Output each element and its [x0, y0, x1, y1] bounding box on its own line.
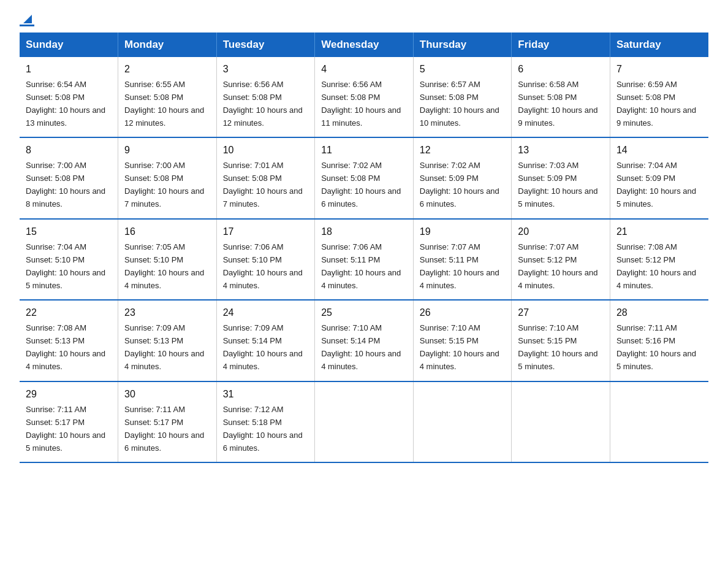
- day-info: Sunrise: 7:10 AMSunset: 5:15 PMDaylight:…: [518, 323, 597, 371]
- calendar-cell: 7Sunrise: 6:59 AMSunset: 5:08 PMDaylight…: [610, 57, 708, 137]
- day-info: Sunrise: 7:09 AMSunset: 5:13 PMDaylight:…: [124, 323, 204, 371]
- day-number: 4: [321, 62, 407, 77]
- col-header-thursday: Thursday: [413, 33, 512, 57]
- day-number: 16: [124, 224, 210, 240]
- day-info: Sunrise: 7:07 AMSunset: 5:11 PMDaylight:…: [420, 242, 499, 290]
- calendar-cell: 8Sunrise: 7:00 AMSunset: 5:08 PMDaylight…: [20, 137, 118, 218]
- day-info: Sunrise: 7:04 AMSunset: 5:09 PMDaylight:…: [616, 161, 696, 209]
- day-number: 21: [616, 224, 702, 240]
- calendar-cell: 10Sunrise: 7:01 AMSunset: 5:08 PMDayligh…: [216, 137, 315, 218]
- day-info: Sunrise: 7:05 AMSunset: 5:10 PMDaylight:…: [124, 242, 204, 290]
- day-number: 22: [26, 305, 112, 321]
- day-number: 20: [518, 224, 604, 240]
- day-number: 23: [124, 305, 210, 321]
- calendar-cell: 4Sunrise: 6:56 AMSunset: 5:08 PMDaylight…: [315, 57, 414, 137]
- calendar-cell: 30Sunrise: 7:11 AMSunset: 5:17 PMDayligh…: [118, 381, 217, 462]
- calendar-cell: 13Sunrise: 7:03 AMSunset: 5:09 PMDayligh…: [512, 137, 610, 218]
- day-number: 30: [124, 387, 210, 402]
- calendar-cell: 24Sunrise: 7:09 AMSunset: 5:14 PMDayligh…: [216, 300, 315, 381]
- day-number: 3: [223, 62, 309, 77]
- calendar-cell: 1Sunrise: 6:54 AMSunset: 5:08 PMDaylight…: [20, 57, 118, 137]
- day-info: Sunrise: 6:54 AMSunset: 5:08 PMDaylight:…: [26, 80, 105, 128]
- col-header-wednesday: Wednesday: [315, 33, 414, 57]
- day-number: 10: [223, 143, 309, 158]
- day-info: Sunrise: 7:06 AMSunset: 5:11 PMDaylight:…: [321, 242, 401, 290]
- calendar-cell: 31Sunrise: 7:12 AMSunset: 5:18 PMDayligh…: [216, 381, 315, 462]
- week-row-5: 29Sunrise: 7:11 AMSunset: 5:17 PMDayligh…: [20, 381, 708, 462]
- calendar-cell: 15Sunrise: 7:04 AMSunset: 5:10 PMDayligh…: [20, 219, 118, 300]
- day-info: Sunrise: 7:00 AMSunset: 5:08 PMDaylight:…: [26, 161, 105, 209]
- svg-marker-0: [23, 15, 32, 23]
- col-header-saturday: Saturday: [610, 33, 708, 57]
- calendar-cell: [610, 381, 708, 462]
- day-info: Sunrise: 6:59 AMSunset: 5:08 PMDaylight:…: [616, 80, 696, 128]
- day-info: Sunrise: 7:06 AMSunset: 5:10 PMDaylight:…: [223, 242, 303, 290]
- day-number: 19: [420, 224, 506, 240]
- col-header-tuesday: Tuesday: [216, 33, 315, 57]
- calendar-cell: 5Sunrise: 6:57 AMSunset: 5:08 PMDaylight…: [413, 57, 512, 137]
- logo-triangle-icon: [21, 12, 34, 26]
- calendar-cell: 19Sunrise: 7:07 AMSunset: 5:11 PMDayligh…: [413, 219, 512, 300]
- calendar-cell: 28Sunrise: 7:11 AMSunset: 5:16 PMDayligh…: [610, 300, 708, 381]
- calendar-cell: 18Sunrise: 7:06 AMSunset: 5:11 PMDayligh…: [315, 219, 414, 300]
- day-info: Sunrise: 6:58 AMSunset: 5:08 PMDaylight:…: [518, 80, 597, 128]
- day-number: 26: [420, 305, 506, 321]
- header: [20, 15, 708, 26]
- calendar-cell: 14Sunrise: 7:04 AMSunset: 5:09 PMDayligh…: [610, 137, 708, 218]
- day-number: 29: [26, 387, 112, 402]
- calendar-cell: 16Sunrise: 7:05 AMSunset: 5:10 PMDayligh…: [118, 219, 217, 300]
- logo: [20, 15, 34, 26]
- day-info: Sunrise: 7:01 AMSunset: 5:08 PMDaylight:…: [223, 161, 303, 209]
- day-info: Sunrise: 7:09 AMSunset: 5:14 PMDaylight:…: [223, 323, 303, 371]
- day-number: 13: [518, 143, 604, 158]
- day-info: Sunrise: 7:08 AMSunset: 5:12 PMDaylight:…: [616, 242, 696, 290]
- logo-underline: [20, 25, 34, 26]
- week-row-3: 15Sunrise: 7:04 AMSunset: 5:10 PMDayligh…: [20, 219, 708, 300]
- calendar-cell: [512, 381, 610, 462]
- day-info: Sunrise: 6:55 AMSunset: 5:08 PMDaylight:…: [124, 80, 204, 128]
- calendar-cell: 23Sunrise: 7:09 AMSunset: 5:13 PMDayligh…: [118, 300, 217, 381]
- calendar-cell: 2Sunrise: 6:55 AMSunset: 5:08 PMDaylight…: [118, 57, 217, 137]
- calendar-cell: 21Sunrise: 7:08 AMSunset: 5:12 PMDayligh…: [610, 219, 708, 300]
- calendar-cell: 27Sunrise: 7:10 AMSunset: 5:15 PMDayligh…: [512, 300, 610, 381]
- day-number: 11: [321, 143, 407, 158]
- calendar-cell: 26Sunrise: 7:10 AMSunset: 5:15 PMDayligh…: [413, 300, 512, 381]
- day-info: Sunrise: 7:10 AMSunset: 5:14 PMDaylight:…: [321, 323, 401, 371]
- day-number: 6: [518, 62, 604, 77]
- day-info: Sunrise: 6:56 AMSunset: 5:08 PMDaylight:…: [223, 80, 303, 128]
- day-info: Sunrise: 7:03 AMSunset: 5:09 PMDaylight:…: [518, 161, 597, 209]
- day-number: 15: [26, 224, 112, 240]
- day-info: Sunrise: 7:02 AMSunset: 5:09 PMDaylight:…: [420, 161, 499, 209]
- day-number: 12: [420, 143, 506, 158]
- calendar-cell: 17Sunrise: 7:06 AMSunset: 5:10 PMDayligh…: [216, 219, 315, 300]
- calendar-cell: [315, 381, 414, 462]
- calendar-cell: 6Sunrise: 6:58 AMSunset: 5:08 PMDaylight…: [512, 57, 610, 137]
- day-info: Sunrise: 7:11 AMSunset: 5:17 PMDaylight:…: [124, 405, 204, 453]
- calendar-cell: 11Sunrise: 7:02 AMSunset: 5:08 PMDayligh…: [315, 137, 414, 218]
- day-info: Sunrise: 7:11 AMSunset: 5:17 PMDaylight:…: [26, 405, 105, 453]
- calendar-cell: [413, 381, 512, 462]
- calendar-table: SundayMondayTuesdayWednesdayThursdayFrid…: [20, 33, 708, 463]
- col-header-monday: Monday: [118, 33, 217, 57]
- calendar-header-row: SundayMondayTuesdayWednesdayThursdayFrid…: [20, 33, 708, 57]
- day-number: 24: [223, 305, 309, 321]
- day-number: 2: [124, 62, 210, 77]
- col-header-friday: Friday: [512, 33, 610, 57]
- calendar-cell: 22Sunrise: 7:08 AMSunset: 5:13 PMDayligh…: [20, 300, 118, 381]
- day-info: Sunrise: 6:56 AMSunset: 5:08 PMDaylight:…: [321, 80, 401, 128]
- day-info: Sunrise: 7:12 AMSunset: 5:18 PMDaylight:…: [223, 405, 303, 453]
- day-number: 9: [124, 143, 210, 158]
- day-info: Sunrise: 6:57 AMSunset: 5:08 PMDaylight:…: [420, 80, 499, 128]
- day-number: 14: [616, 143, 702, 158]
- week-row-1: 1Sunrise: 6:54 AMSunset: 5:08 PMDaylight…: [20, 57, 708, 137]
- day-number: 1: [26, 62, 112, 77]
- day-number: 5: [420, 62, 506, 77]
- day-number: 7: [616, 62, 702, 77]
- day-info: Sunrise: 7:11 AMSunset: 5:16 PMDaylight:…: [616, 323, 696, 371]
- day-info: Sunrise: 7:04 AMSunset: 5:10 PMDaylight:…: [26, 242, 105, 290]
- day-number: 27: [518, 305, 604, 321]
- day-info: Sunrise: 7:07 AMSunset: 5:12 PMDaylight:…: [518, 242, 597, 290]
- calendar-cell: 25Sunrise: 7:10 AMSunset: 5:14 PMDayligh…: [315, 300, 414, 381]
- calendar-cell: 29Sunrise: 7:11 AMSunset: 5:17 PMDayligh…: [20, 381, 118, 462]
- day-number: 25: [321, 305, 407, 321]
